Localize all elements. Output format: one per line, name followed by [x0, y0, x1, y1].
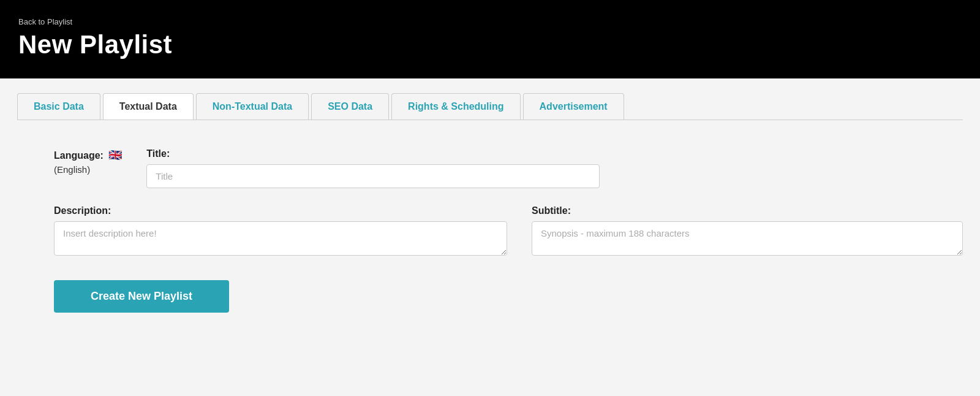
- tab-bar: Basic Data Textual Data Non-Textual Data…: [17, 93, 963, 120]
- language-label-text: Language:: [54, 150, 104, 161]
- title-input[interactable]: [146, 164, 600, 188]
- create-new-playlist-button[interactable]: Create New Playlist: [54, 280, 229, 313]
- language-label: Language: 🇬🇧: [54, 148, 122, 162]
- description-group: Description:: [54, 205, 507, 256]
- tab-non-textual-data[interactable]: Non-Textual Data: [196, 93, 309, 120]
- tab-basic-data[interactable]: Basic Data: [17, 93, 100, 120]
- title-label: Title:: [146, 148, 600, 159]
- language-block: Language: 🇬🇧 (English): [54, 148, 122, 175]
- language-name: (English): [54, 164, 122, 175]
- description-label: Description:: [54, 205, 507, 216]
- language-title-row: Language: 🇬🇧 (English) Title:: [54, 148, 963, 188]
- description-textarea[interactable]: [54, 221, 507, 256]
- subtitle-group: Subtitle:: [532, 205, 963, 256]
- subtitle-label: Subtitle:: [532, 205, 963, 216]
- language-flag: 🇬🇧: [108, 149, 122, 161]
- tab-seo-data[interactable]: SEO Data: [311, 93, 389, 120]
- title-group: Title:: [146, 148, 600, 188]
- subtitle-textarea[interactable]: [532, 221, 963, 256]
- back-to-playlist-link[interactable]: Back to Playlist: [18, 17, 962, 26]
- page-header: Back to Playlist New Playlist: [0, 0, 980, 78]
- tab-rights-scheduling[interactable]: Rights & Scheduling: [391, 93, 520, 120]
- description-subtitle-row: Description: Subtitle:: [54, 205, 963, 256]
- content-area: Basic Data Textual Data Non-Textual Data…: [0, 78, 980, 331]
- tab-textual-data[interactable]: Textual Data: [103, 93, 194, 120]
- page-title: New Playlist: [18, 30, 962, 59]
- form-section: Language: 🇬🇧 (English) Title: Descriptio…: [17, 142, 963, 313]
- tab-advertisement[interactable]: Advertisement: [523, 93, 624, 120]
